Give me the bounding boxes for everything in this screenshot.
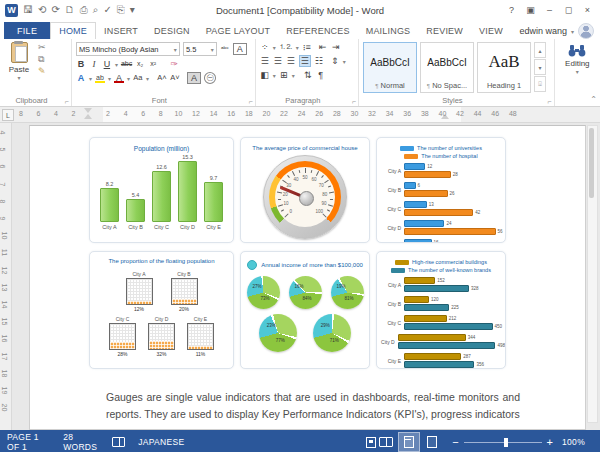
redo-icon[interactable]: ⟳ [51, 5, 59, 15]
find-binoculars-icon[interactable] [568, 45, 586, 57]
bullets-icon[interactable]: ⁘ [260, 42, 270, 52]
word-count[interactable]: 28 WORDS [56, 432, 106, 452]
editing-dropdown-icon[interactable]: ▾ [576, 68, 579, 75]
tab-design[interactable]: DESIGN [146, 22, 198, 39]
account-dropdown-icon[interactable]: ▾ [571, 28, 574, 35]
display-settings-icon[interactable] [366, 437, 376, 448]
proofing-icon[interactable] [106, 437, 131, 447]
style-heading1[interactable]: AaB Heading 1 [477, 42, 531, 93]
zoom-out-button[interactable]: − [452, 437, 458, 447]
read-mode-button[interactable] [376, 433, 396, 451]
change-case-dropdown-icon[interactable]: ▾ [146, 75, 149, 82]
format-painter-icon[interactable]: ✎ [38, 67, 46, 76]
spelling-icon[interactable]: ✓ [103, 5, 111, 15]
styles-scroll-down-icon[interactable]: ▾ [534, 59, 546, 75]
italic-button[interactable]: I [89, 59, 99, 69]
chart-panel-floating-population[interactable]: The proportion of the floating populatio… [89, 251, 234, 369]
help-button[interactable]: ? [503, 3, 520, 18]
word-icon[interactable]: W [5, 4, 18, 17]
chart-panel-gauge[interactable]: The average price of commercial house010… [240, 137, 370, 243]
phonetic-guide-icon[interactable]: ᵃᵇᶜ [220, 44, 230, 54]
print-icon[interactable]: ⎙ [80, 5, 88, 15]
user-avatar[interactable] [578, 23, 594, 39]
tab-selector[interactable]: L [2, 109, 14, 121]
increase-indent-icon[interactable]: ⇥ [331, 42, 341, 52]
tab-references[interactable]: REFERENCES [278, 22, 358, 39]
paste-button[interactable]: Paste ▾ [4, 42, 34, 81]
underline-button[interactable]: U [102, 59, 112, 69]
page-indicator[interactable]: PAGE 1 OF 1 [0, 432, 56, 452]
tab-page-layout[interactable]: PAGE LAYOUT [198, 22, 278, 39]
language-indicator[interactable]: JAPANESE [131, 437, 191, 447]
highlight-dropdown-icon[interactable]: ▾ [108, 75, 111, 82]
font-name-combo[interactable]: MS Mincho (Body Asian ▾ [76, 42, 180, 56]
font-color-dropdown-icon[interactable]: ▾ [127, 75, 130, 82]
new-document-icon[interactable]: 🗋 [65, 5, 75, 15]
align-right-icon[interactable]: ☰ [286, 56, 296, 66]
zoom-slider[interactable] [464, 442, 542, 443]
enclose-characters-button[interactable]: ㊀ [204, 72, 217, 84]
editing-label[interactable]: Editing [565, 59, 589, 68]
chart-panel-annual-income[interactable]: Annual income of more than $100,00027%73… [240, 251, 370, 369]
style-normal[interactable]: AaBbCcI ¶ Normal [363, 42, 417, 93]
copy-icon[interactable]: ⧉ [38, 55, 46, 64]
font-size-combo[interactable]: 5.5 ▾ [183, 42, 217, 56]
tab-insert[interactable]: INSERT [96, 22, 146, 39]
save-icon[interactable]: 🖫 [23, 5, 33, 15]
underline-dropdown-icon[interactable]: ▾ [115, 61, 118, 68]
shrink-font-button[interactable]: A˅ [170, 73, 180, 83]
styles-scroll-up-icon[interactable]: ▴ [534, 42, 546, 58]
tab-mailings[interactable]: MAILINGS [358, 22, 419, 39]
subscript-button[interactable]: x₂ [135, 59, 145, 69]
distributed-icon[interactable]: ☷ [314, 56, 324, 66]
text-effects-dropdown-icon[interactable]: ▾ [89, 75, 92, 82]
tab-view[interactable]: VIEW [471, 22, 511, 39]
clipboard-dialog-launcher[interactable]: ⌐ [65, 98, 69, 105]
scrollbar-thumb[interactable] [589, 128, 594, 198]
chart-panel-population[interactable]: Population (million)8.2City A5.4City B12… [89, 137, 234, 243]
font-dialog-launcher[interactable]: ⌐ [249, 98, 253, 105]
tab-file[interactable]: FILE [4, 22, 50, 39]
web-layout-button[interactable] [422, 433, 442, 451]
zoom-level[interactable]: 100% [555, 437, 592, 447]
decrease-indent-icon[interactable]: ⇤ [318, 42, 328, 52]
tab-review[interactable]: REVIEW [418, 22, 471, 39]
change-case-button[interactable]: Aa [133, 73, 143, 83]
zoom-in-button[interactable]: + [547, 437, 553, 447]
hanging-indent-marker[interactable] [84, 114, 92, 119]
ribbon-display-options-button[interactable]: ▣ [522, 3, 539, 18]
justify-icon[interactable]: ☰ [299, 55, 311, 67]
zoom-slider-thumb[interactable] [504, 438, 508, 447]
grow-font-button[interactable]: A˄ [157, 73, 167, 83]
maximize-button[interactable]: ◻ [560, 3, 577, 18]
tab-home[interactable]: HOME [50, 22, 96, 39]
borders-icon[interactable]: ⊞ [279, 70, 289, 80]
multilevel-list-icon[interactable]: ⁝≡ [302, 42, 312, 52]
show-formatting-marks-icon[interactable]: ¶ [316, 70, 326, 80]
text-effects-button[interactable]: A [76, 73, 86, 83]
style-no-spacing[interactable]: AaBbCcI ¶ No Spac... [420, 42, 474, 93]
character-border-icon[interactable]: A [233, 43, 247, 55]
superscript-button[interactable]: x² [148, 59, 158, 69]
strikethrough-button[interactable]: abc [121, 59, 132, 69]
undo-icon[interactable]: ⟲ [38, 5, 46, 15]
paste-icon[interactable]: ⎘ [117, 5, 125, 15]
styles-more-icon[interactable]: ⍗ [534, 76, 546, 92]
font-color-button[interactable]: A [114, 73, 124, 83]
close-button[interactable]: × [579, 3, 596, 18]
bold-button[interactable]: B [76, 59, 86, 69]
vertical-scrollbar[interactable] [587, 125, 598, 423]
align-center-icon[interactable]: ☰ [273, 56, 283, 66]
qat-menu-icon[interactable]: ▾ [130, 5, 135, 15]
line-spacing-icon[interactable]: ⇕ [330, 56, 340, 66]
align-left-icon[interactable]: ☰ [260, 56, 270, 66]
styles-dialog-launcher[interactable]: ⌐ [548, 98, 552, 105]
print-layout-button[interactable] [398, 432, 420, 452]
highlight-button[interactable]: ab [95, 73, 105, 83]
sort-icon[interactable]: ⇅ [303, 70, 313, 80]
account-area[interactable]: edwin wang ▾ [519, 23, 600, 39]
minimize-button[interactable]: – [541, 3, 558, 18]
font-name-dropdown-icon[interactable]: ▾ [174, 46, 177, 53]
collapse-ribbon-icon[interactable]: ⌃ [590, 95, 597, 104]
font-size-dropdown-icon[interactable]: ▾ [211, 46, 214, 53]
